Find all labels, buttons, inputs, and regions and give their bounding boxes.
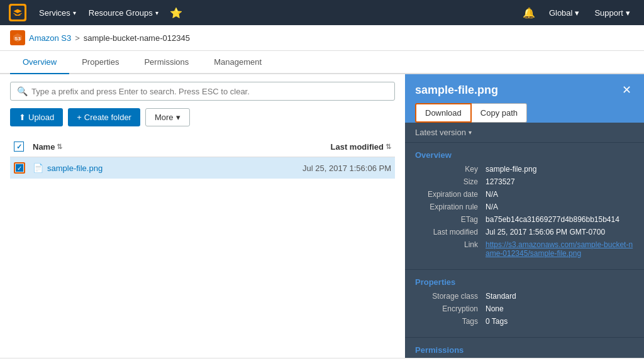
search-input[interactable] bbox=[31, 87, 388, 96]
s3-breadcrumb-link[interactable]: Amazon S3 bbox=[29, 33, 71, 43]
left-panel: 🔍 ⬆ Upload + Create folder More ▾ bbox=[0, 74, 405, 358]
select-all-checkbox[interactable]: ✓ bbox=[14, 142, 24, 152]
detail-row-tags: Tags 0 Tags bbox=[415, 317, 634, 326]
breadcrumb-separator: > bbox=[75, 33, 80, 43]
search-bar: 🔍 bbox=[10, 82, 395, 101]
download-button[interactable]: Download bbox=[415, 103, 472, 123]
tab-properties[interactable]: Properties bbox=[69, 51, 131, 74]
right-panel-header: sample-file.png ✕ Download Copy path bbox=[405, 74, 644, 123]
file-link[interactable]: https://s3.amazonaws.com/sample-bucket-n… bbox=[486, 240, 634, 258]
detail-row-expiration-date: Expiration date N/A bbox=[415, 190, 634, 199]
tab-overview[interactable]: Overview bbox=[10, 51, 69, 74]
upload-button[interactable]: ⬆ Upload bbox=[10, 108, 63, 126]
modified-sort-icon[interactable]: ⇅ bbox=[386, 143, 391, 151]
right-panel-body: Overview Key sample-file.png Size 127352… bbox=[405, 143, 644, 358]
version-label: Latest version bbox=[415, 128, 466, 137]
overview-section: Overview Key sample-file.png Size 127352… bbox=[405, 143, 644, 270]
search-icon: 🔍 bbox=[17, 86, 28, 96]
detail-row-encryption: Encryption None bbox=[415, 304, 634, 313]
main-content: 🔍 ⬆ Upload + Create folder More ▾ bbox=[0, 74, 644, 358]
action-buttons: ⬆ Upload + Create folder More ▾ bbox=[10, 108, 395, 126]
services-caret-icon: ▾ bbox=[73, 9, 76, 16]
global-caret-icon: ▾ bbox=[575, 8, 579, 18]
s3-logo: S3 bbox=[10, 30, 25, 45]
name-sort-icon[interactable]: ⇅ bbox=[57, 143, 62, 151]
name-column-header: Name bbox=[33, 142, 55, 152]
plus-icon: + bbox=[77, 113, 82, 122]
more-caret-icon: ▾ bbox=[176, 113, 180, 122]
tab-permissions[interactable]: Permissions bbox=[131, 51, 201, 74]
resource-groups-caret-icon: ▾ bbox=[155, 9, 158, 16]
check-icon: ✓ bbox=[16, 143, 22, 151]
properties-section-title: Properties bbox=[415, 277, 634, 287]
right-panel: sample-file.png ✕ Download Copy path Lat… bbox=[405, 74, 644, 358]
properties-section: Properties Storage class Standard Encryp… bbox=[405, 270, 644, 338]
detail-row-key: Key sample-file.png bbox=[415, 165, 634, 174]
upload-icon: ⬆ bbox=[19, 113, 26, 122]
favorites-icon[interactable]: ⭐ bbox=[165, 7, 187, 19]
version-caret-icon: ▾ bbox=[469, 129, 472, 136]
overview-section-title: Overview bbox=[415, 150, 634, 160]
permissions-section-title: Permissions bbox=[415, 345, 634, 355]
detail-row-last-modified: Last modified Jul 25, 2017 1:56:06 PM GM… bbox=[415, 228, 634, 236]
version-selector[interactable]: Latest version ▾ bbox=[405, 123, 644, 143]
create-folder-button[interactable]: + Create folder bbox=[68, 108, 140, 126]
file-icon: 📄 bbox=[33, 163, 43, 173]
file-modified-date: Jul 25, 2017 1:56:06 PM bbox=[303, 164, 391, 173]
navbar: Services ▾ Resource Groups ▾ ⭐ 🔔 Global … bbox=[0, 0, 644, 25]
bucket-name-breadcrumb: sample-bucket-name-012345 bbox=[84, 33, 190, 43]
svg-text:S3: S3 bbox=[14, 36, 21, 42]
copy-path-button[interactable]: Copy path bbox=[472, 103, 527, 123]
more-button[interactable]: More ▾ bbox=[145, 108, 190, 126]
resource-groups-menu[interactable]: Resource Groups ▾ bbox=[82, 0, 165, 25]
detail-row-expiration-rule: Expiration rule N/A bbox=[415, 203, 634, 211]
detail-row-size: Size 1273527 bbox=[415, 177, 634, 186]
detail-row-etag: ETag ba75eb14ca31669277d4b896bb15b414 bbox=[415, 215, 634, 224]
notifications-icon[interactable]: 🔔 bbox=[518, 7, 540, 19]
table-row[interactable]: ✓ 📄 sample-file.png Jul 25, 2017 1:56:06… bbox=[10, 157, 395, 179]
aws-logo bbox=[8, 3, 28, 23]
modified-column-header: Last modified bbox=[330, 142, 384, 152]
support-menu[interactable]: Support ▾ bbox=[588, 0, 636, 25]
file-name[interactable]: sample-file.png bbox=[47, 164, 103, 173]
support-caret-icon: ▾ bbox=[626, 8, 630, 18]
tabs-bar: Overview Properties Permissions Manageme… bbox=[0, 51, 644, 74]
right-panel-title: sample-file.png bbox=[415, 84, 498, 97]
permissions-section: Permissions Owner songi bbox=[405, 338, 644, 358]
breadcrumb: S3 Amazon S3 > sample-bucket-name-012345 bbox=[0, 25, 644, 51]
close-button[interactable]: ✕ bbox=[619, 83, 634, 97]
tab-management[interactable]: Management bbox=[201, 51, 274, 74]
detail-row-storage-class: Storage class Standard bbox=[415, 292, 634, 301]
global-menu[interactable]: Global ▾ bbox=[543, 0, 586, 25]
aws-logo-icon bbox=[9, 4, 26, 21]
file-table: ✓ Name ⇅ Last modified ⇅ bbox=[10, 136, 395, 179]
detail-row-link: Link https://s3.amazonaws.com/sample-buc… bbox=[415, 240, 634, 258]
services-menu[interactable]: Services ▾ bbox=[33, 0, 82, 25]
bottom-bar: Operations 0 in progress 1 Success 0 Err… bbox=[0, 358, 644, 361]
row-checkbox-selected[interactable]: ✓ bbox=[14, 162, 25, 174]
